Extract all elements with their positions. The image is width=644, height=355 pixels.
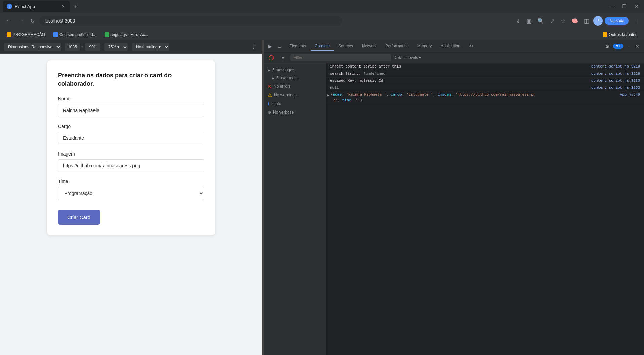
close-btn[interactable]: ✕ [632, 2, 641, 10]
height-input[interactable] [85, 43, 100, 51]
devtools-right-icons: ⚙ ⚑ 8 ‒ ✕ [603, 42, 641, 50]
obj-key-imagem: imagem [438, 92, 451, 97]
obj-key-nome: nome [333, 92, 342, 97]
obj-content: {nome: 'Rainna Raphaela ', cargo: 'Estud… [331, 92, 619, 103]
tab-more[interactable]: >> [465, 42, 478, 51]
extension-icon[interactable]: 🧠 [569, 16, 580, 26]
devtools-settings-icon[interactable]: ⚙ [603, 42, 612, 50]
bookmark-label-portfolio: Crie seu portfólio d... [59, 32, 97, 37]
imagem-input[interactable] [58, 159, 204, 172]
console-obj-container: ▶ {nome: 'Rainna Raphaela ', cargo: 'Est… [326, 91, 644, 104]
obj-collapse-arrow[interactable]: ▶ [327, 92, 329, 97]
time-select[interactable]: Programação Design Marketing [58, 187, 204, 200]
console-file-0[interactable]: content_script.js:3219 [591, 64, 640, 69]
issues-badge[interactable]: ⚑ 8 [613, 44, 623, 49]
nome-input[interactable] [58, 104, 204, 117]
user-messages-label: 5 user mes... [276, 76, 300, 80]
verbose-label: No verbose [273, 110, 294, 115]
user-expand-icon: ▶ [272, 76, 274, 80]
devtools-close-icon[interactable]: ✕ [633, 42, 641, 50]
outros-favoritos-btn[interactable]: Outros favoritos [600, 31, 640, 38]
bookmark-programacao[interactable]: PROGRAMAÇÃO [4, 31, 48, 38]
tab-performance[interactable]: Performance [381, 42, 413, 51]
tab-application[interactable]: Application [437, 42, 464, 51]
star-icon[interactable]: ☆ [559, 16, 567, 26]
obj-val-imagem: 'https://github.com/rainnasoaress.pn [455, 92, 535, 97]
console-body: ▶ 5 messages ▶ 5 user mes... ⊗ No errors… [264, 63, 644, 355]
screenshot-icon[interactable]: ▣ [524, 16, 533, 26]
tab-elements[interactable]: Elements [285, 42, 310, 51]
tab-sources[interactable]: Sources [334, 42, 357, 51]
address-bar: ← → ↻ ⇓ ▣ 🔍 ↗ ☆ 🧠 ◫ P Pausada ⋮ [0, 13, 644, 29]
criar-card-button[interactable]: Criar Card [58, 210, 100, 225]
tab-close-btn[interactable]: × [61, 3, 66, 10]
device-toolbar: Dimensions: Responsive × 75% ▾ No thrott… [0, 40, 262, 54]
download-icon[interactable]: ⇓ [514, 16, 522, 26]
zoom-select[interactable]: 75% ▾ [104, 43, 128, 51]
address-input[interactable] [39, 16, 342, 26]
console-text-1: search String: ?undefined [330, 72, 589, 76]
profile-btn[interactable]: P [593, 16, 603, 26]
pausada-btn[interactable]: Pausada [605, 17, 629, 25]
console-file-3[interactable]: content_script.js:3253 [591, 86, 640, 90]
sidebar-verbose[interactable]: ⊖ No verbose [264, 108, 326, 116]
obj-key-time: time [342, 98, 351, 102]
verbose-icon: ⊖ [268, 110, 271, 115]
devtools-minimize-icon[interactable]: ‒ [625, 42, 632, 50]
back-btn[interactable]: ← [4, 16, 13, 25]
cargo-input[interactable] [58, 132, 204, 144]
obj-line-text-2: g', time: ''} [331, 98, 619, 103]
bookmark-favicon-angularjs [105, 32, 109, 37]
new-tab-btn[interactable]: + [71, 2, 80, 11]
browser-viewport: Dimensions: Responsive × 75% ▾ No thrott… [0, 40, 262, 355]
console-clear-icon[interactable]: 🚫 [266, 54, 276, 62]
console-text-0: inject content script after this [330, 64, 589, 69]
tab-console[interactable]: Console [311, 42, 334, 51]
share-icon[interactable]: ↗ [548, 16, 557, 26]
obj-val-imagem-cont: g' [333, 98, 338, 102]
bookmark-angularjs[interactable]: angularjs - Erro: Ac... [102, 31, 151, 38]
minimize-btn[interactable]: — [607, 2, 617, 10]
menu-icon[interactable]: ⋮ [631, 16, 640, 26]
console-text-3: null [330, 86, 589, 90]
active-tab[interactable]: ⚛ React App × [3, 1, 70, 12]
forward-btn[interactable]: → [16, 16, 26, 25]
sidebar-icon[interactable]: ◫ [582, 16, 591, 26]
sidebar-all-messages[interactable]: ▶ 5 messages [264, 66, 326, 74]
console-file-1[interactable]: content_script.js:3228 [591, 72, 640, 76]
obj-file-ref[interactable]: App.js:49 [620, 92, 640, 97]
error-icon: ⊗ [268, 84, 272, 89]
form-card: Preencha os dados para criar o card do c… [47, 60, 215, 235]
console-file-2[interactable]: content_script.js:3230 [591, 79, 640, 83]
imagem-label: Imagem [58, 151, 204, 157]
throttle-select[interactable]: No throttling ▾ [132, 43, 169, 51]
obj-val-nome: 'Rainna Raphaela ' [346, 92, 386, 97]
time-label: Time [58, 179, 204, 184]
tab-favicon: ⚛ [7, 4, 12, 9]
device-toolbar-more-icon[interactable]: ⋮ [249, 42, 258, 51]
maximize-btn[interactable]: ❐ [619, 2, 629, 10]
obj-line-text: {nome: 'Rainna Raphaela ', cargo: 'Estud… [331, 92, 619, 98]
page-content: Preencha os dados para criar o card do c… [0, 54, 262, 355]
devtools-inspect-icon[interactable]: ▶ [266, 42, 274, 50]
info-icon: ℹ [268, 101, 269, 106]
console-filter-input[interactable] [290, 54, 391, 61]
sidebar-warnings[interactable]: ⚠ No warnings [264, 91, 326, 99]
dimension-inputs: × [65, 43, 100, 51]
console-line-1: search String: ?undefined content_script… [326, 70, 644, 77]
bookmark-portfolio[interactable]: Crie seu portfólio d... [50, 31, 99, 38]
tab-memory[interactable]: Memory [413, 42, 436, 51]
console-line-0: inject content script after this content… [326, 63, 644, 70]
reload-btn[interactable]: ↻ [28, 16, 37, 26]
dim-separator: × [81, 45, 84, 49]
dimensions-select[interactable]: Dimensions: Responsive [4, 43, 61, 51]
sidebar-user-messages[interactable]: ▶ 5 user mes... [264, 74, 326, 82]
devtools-device-icon[interactable]: ▭ [275, 42, 284, 50]
sidebar-info[interactable]: ℹ 5 info [264, 99, 326, 108]
search-icon[interactable]: 🔍 [535, 16, 546, 26]
tab-network[interactable]: Network [358, 42, 381, 51]
console-filter-icon[interactable]: ▼ [279, 54, 288, 62]
log-levels-dropdown[interactable]: Default levels ▾ [394, 55, 421, 60]
sidebar-errors[interactable]: ⊗ No errors [264, 82, 326, 91]
width-input[interactable] [65, 43, 80, 51]
